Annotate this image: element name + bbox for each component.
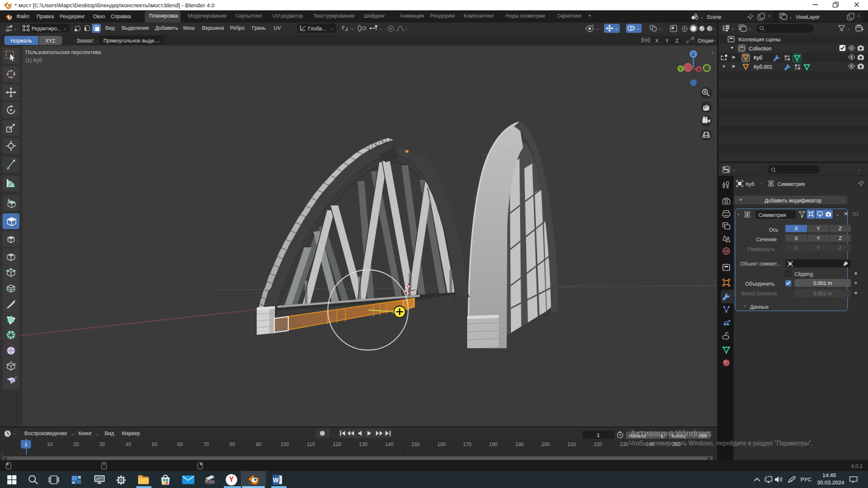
svg-text:X: X <box>697 67 700 72</box>
svg-text:Y: Y <box>679 66 682 72</box>
svg-text:W: W <box>273 477 279 484</box>
svg-text:Z: Z <box>692 52 695 57</box>
